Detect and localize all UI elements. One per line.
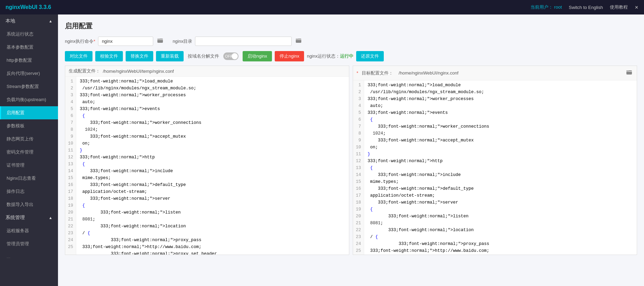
source-code-content[interactable]: 333;font-weight:normal;">load_module /us… xyxy=(76,77,349,255)
target-code-lines: 1234567891011121314151617181920212223242… xyxy=(353,80,637,255)
navbar: nginxWebUI 3.3.6 当前用户： root Switch to En… xyxy=(0,0,644,14)
sidebar-item-operation-log[interactable]: 操作日志 xyxy=(0,185,58,198)
target-code-content[interactable]: 333;font-weight:normal;">load_module /us… xyxy=(364,80,637,255)
sidebar-item-param-template[interactable]: 参数模板 xyxy=(0,119,58,132)
svg-rect-1 xyxy=(157,39,160,40)
target-folder-icon[interactable] xyxy=(625,68,633,78)
tutorial-link[interactable]: 使用教程 xyxy=(610,4,628,10)
sidebar-item-enable-config[interactable]: 启用配置 xyxy=(0,106,58,119)
target-panel-header: * 目标配置文件： /home/nginxWebUI/nginx.conf xyxy=(353,66,637,80)
switch-language-button[interactable]: Switch to English xyxy=(569,5,603,10)
nginx-dir-input[interactable] xyxy=(195,37,292,46)
action-row: 对比文件 校验文件 替换文件 重新装载 按域名分解文件 OFF 启动nginx … xyxy=(65,51,637,61)
sidebar-item-system-status[interactable]: 系统运行状态 xyxy=(0,28,58,41)
source-code-panel: 生成配置文件： /home/nginxWebUI/temp/nginx.conf… xyxy=(65,66,349,255)
target-line-numbers: 1234567891011121314151617181920212223242… xyxy=(353,80,364,255)
close-icon[interactable]: ✕ xyxy=(635,5,638,10)
sidebar-section-local: 本地 ▲ xyxy=(0,14,58,28)
main-layout: 本地 ▲ 系统运行状态 基本参数配置 http参数配置 反向代理(server)… xyxy=(0,14,644,286)
sidebar: 本地 ▲ 系统运行状态 基本参数配置 http参数配置 反向代理(server)… xyxy=(0,14,58,286)
sidebar-item-stream-config[interactable]: Stream参数配置 xyxy=(0,80,58,93)
sidebar-item-more[interactable]: ... xyxy=(0,250,58,263)
stop-nginx-button[interactable]: 停止nginx xyxy=(275,51,304,61)
source-line-numbers: 1234567891011121314151617181920212223242… xyxy=(65,77,76,255)
sidebar-item-admin-mgmt[interactable]: 管理员管理 xyxy=(0,237,58,250)
target-code-panel: * 目标配置文件： /home/nginxWebUI/nginx.conf 12… xyxy=(353,66,637,255)
form-row: nginx执行命令* nginx目录 xyxy=(65,36,637,46)
split-by-domain-label: 按域名分解文件 xyxy=(188,53,219,59)
nginx-status-value: 运行中 xyxy=(340,53,353,59)
toggle-knob xyxy=(232,53,238,59)
chevron-up-icon2: ▲ xyxy=(49,216,52,220)
current-user-label: 当前用户： root xyxy=(530,4,562,10)
nginx-dir-label: nginx目录 xyxy=(173,38,192,45)
code-panels: 生成配置文件： /home/nginxWebUI/temp/nginx.conf… xyxy=(65,66,637,255)
source-panel-header: 生成配置文件： /home/nginxWebUI/temp/nginx.conf xyxy=(65,66,349,77)
nginx-cmd-label: nginx执行命令* xyxy=(65,38,95,45)
start-nginx-button[interactable]: 启动nginx xyxy=(243,51,272,61)
page-title: 启用配置 xyxy=(65,21,637,31)
split-toggle[interactable]: OFF xyxy=(223,52,238,60)
sidebar-item-basic-config[interactable]: 基本参数配置 xyxy=(0,41,58,54)
sidebar-section-system: 系统管理 ▲ xyxy=(0,211,58,224)
compare-files-button[interactable]: 对比文件 xyxy=(65,51,92,61)
svg-rect-5 xyxy=(626,70,629,71)
nginx-dir-folder-icon[interactable] xyxy=(294,36,303,46)
source-code-editor[interactable]: 1234567891011121314151617181920212223242… xyxy=(65,77,349,255)
target-asterisk: * xyxy=(357,70,358,76)
sidebar-item-http-config[interactable]: http参数配置 xyxy=(0,54,58,67)
sidebar-item-data-import[interactable]: 数据导入导出 xyxy=(0,198,58,211)
verify-files-button[interactable]: 校验文件 xyxy=(95,51,123,61)
chevron-up-icon: ▲ xyxy=(49,19,52,23)
replace-files-button[interactable]: 替换文件 xyxy=(126,51,153,61)
sidebar-item-remote-server[interactable]: 远程服务器 xyxy=(0,224,58,237)
sidebar-item-reverse-proxy[interactable]: 反向代理(server) xyxy=(0,67,58,80)
target-code-editor[interactable]: 1234567891011121314151617181920212223242… xyxy=(353,80,637,255)
navbar-right: 当前用户： root Switch to English 使用教程 ✕ xyxy=(530,4,638,10)
sidebar-item-load-balance[interactable]: 负载均衡(upstream) xyxy=(0,93,58,106)
sidebar-item-static-upload[interactable]: 静态网页上传 xyxy=(0,132,58,146)
nginx-cmd-input[interactable] xyxy=(98,37,153,46)
nginx-cmd-folder-icon[interactable] xyxy=(156,36,164,46)
app-brand: nginxWebUI 3.3.6 xyxy=(6,4,51,10)
sidebar-item-password-mgmt[interactable]: 密码文件管理 xyxy=(0,146,58,159)
nginx-cmd-group: nginx执行命令* xyxy=(65,36,164,46)
nginx-dir-group: nginx目录 xyxy=(173,36,303,46)
nginx-status-label: nginx运行状态：运行中 xyxy=(307,53,353,59)
main-content: 启用配置 nginx执行命令* nginx目录 对比文 xyxy=(58,14,644,286)
reload-button[interactable]: 重新装载 xyxy=(156,51,184,61)
svg-rect-3 xyxy=(296,39,298,40)
sidebar-item-nginx-log[interactable]: Nginx日志查看 xyxy=(0,172,58,185)
sidebar-item-cert-mgmt[interactable]: 证书管理 xyxy=(0,159,58,172)
restore-files-button[interactable]: 还原文件 xyxy=(356,51,384,61)
source-code-lines: 1234567891011121314151617181920212223242… xyxy=(65,77,349,255)
